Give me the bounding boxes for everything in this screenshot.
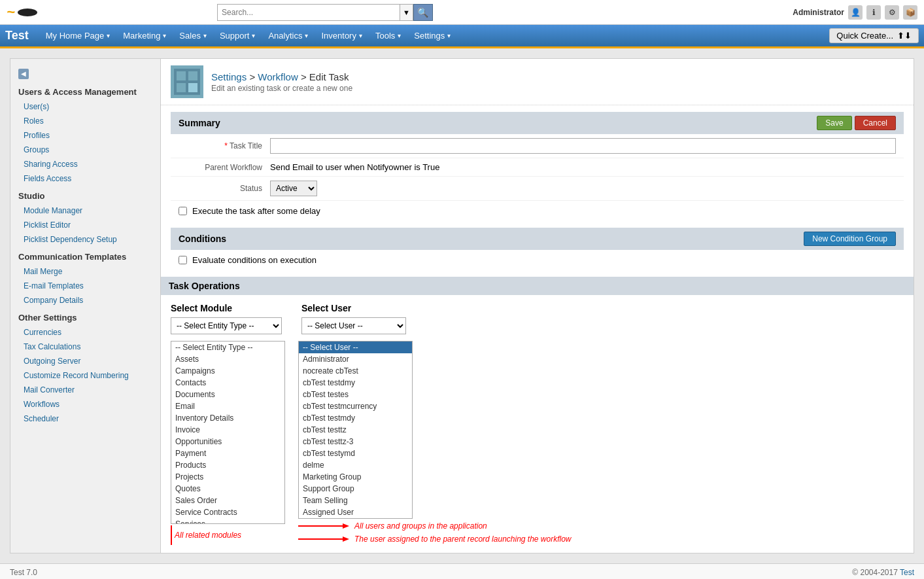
user-item-testmcurrency[interactable]: cbTest testmcurrency bbox=[299, 400, 412, 412]
sidebar-item-fields-access[interactable]: Fields Access bbox=[10, 171, 160, 186]
user-profile-icon[interactable]: 👤 bbox=[848, 5, 863, 20]
sidebar-item-groups[interactable]: Groups bbox=[10, 143, 160, 157]
nav-marketing[interactable]: Marketing ▾ bbox=[116, 24, 173, 48]
execute-delay-row: Execute the task after some delay bbox=[171, 201, 904, 221]
user-item-placeholder[interactable]: -- Select User -- bbox=[299, 342, 412, 353]
save-button[interactable]: Save bbox=[817, 116, 851, 130]
nav-support[interactable]: Support ▾ bbox=[213, 24, 262, 48]
svg-rect-2 bbox=[188, 71, 197, 80]
footer: Test 7.0 © 2004-2017 Test bbox=[0, 563, 924, 579]
entity-item-products[interactable]: Products bbox=[171, 459, 284, 471]
entity-item-quotes[interactable]: Quotes bbox=[171, 483, 284, 495]
user-item-testmdy[interactable]: cbTest testmdy bbox=[299, 412, 412, 424]
sidebar-item-roles[interactable]: Roles bbox=[10, 114, 160, 128]
evaluate-conditions-label: Evaluate conditions on execution bbox=[192, 255, 317, 265]
search-area: ▼ 🔍 bbox=[217, 4, 433, 21]
entity-item-invoice[interactable]: Invoice bbox=[171, 424, 284, 436]
entity-item-opportunities[interactable]: Opportunities bbox=[171, 436, 284, 447]
user-item-marketing-group[interactable]: Marketing Group bbox=[299, 471, 412, 483]
sidebar-item-picklist-dependency[interactable]: Picklist Dependency Setup bbox=[10, 232, 160, 247]
breadcrumb-settings[interactable]: Settings bbox=[211, 71, 247, 82]
nav-home-arrow: ▾ bbox=[107, 32, 110, 39]
user-item-delme[interactable]: delme bbox=[299, 459, 412, 471]
nav-analytics[interactable]: Analytics ▾ bbox=[262, 24, 315, 48]
sidebar-item-company-details[interactable]: Company Details bbox=[10, 293, 160, 307]
sidebar: ◀ Users & Access Management User(s) Role… bbox=[10, 58, 160, 553]
sidebar-item-module-manager[interactable]: Module Manager bbox=[10, 203, 160, 218]
user-item-support-group[interactable]: Support Group bbox=[299, 483, 412, 495]
task-title-input[interactable] bbox=[270, 138, 896, 154]
svg-marker-8 bbox=[343, 536, 349, 542]
entity-item-placeholder[interactable]: -- Select Entity Type -- bbox=[171, 342, 284, 353]
user-item-testdmy[interactable]: cbTest testdmy bbox=[299, 377, 412, 389]
nav-settings[interactable]: Settings ▾ bbox=[407, 24, 457, 48]
sidebar-item-picklist-editor[interactable]: Picklist Editor bbox=[10, 218, 160, 232]
user-dropdown[interactable]: -- Select User -- Administrator bbox=[301, 317, 406, 334]
sidebar-item-customize-record-numbering[interactable]: Customize Record Numbering bbox=[10, 368, 160, 383]
search-button[interactable]: 🔍 bbox=[413, 4, 433, 21]
entity-type-dropdown[interactable]: -- Select Entity Type -- Assets Campaign… bbox=[171, 317, 282, 334]
cancel-button[interactable]: Cancel bbox=[855, 116, 896, 130]
sidebar-item-tax-calculations[interactable]: Tax Calculations bbox=[10, 340, 160, 354]
entity-item-services[interactable]: Services bbox=[171, 518, 284, 524]
entity-item-service-contracts[interactable]: Service Contracts bbox=[171, 506, 284, 518]
entity-item-email[interactable]: Email bbox=[171, 400, 284, 412]
entity-item-documents[interactable]: Documents bbox=[171, 389, 284, 400]
nav-tools[interactable]: Tools ▾ bbox=[369, 24, 407, 48]
sidebar-item-scheduler[interactable]: Scheduler bbox=[10, 412, 160, 426]
sidebar-item-mail-converter[interactable]: Mail Converter bbox=[10, 383, 160, 397]
user-item-nocreate[interactable]: nocreate cbTest bbox=[299, 365, 412, 377]
evaluate-conditions-checkbox[interactable] bbox=[179, 256, 187, 264]
nav-home[interactable]: My Home Page ▾ bbox=[39, 24, 117, 48]
execute-delay-checkbox[interactable] bbox=[179, 207, 187, 215]
app-title[interactable]: Test bbox=[5, 29, 29, 43]
sidebar-collapse-button[interactable]: ◀ bbox=[18, 69, 29, 79]
entity-item-inventory-details[interactable]: Inventory Details bbox=[171, 412, 284, 424]
search-icon: 🔍 bbox=[417, 7, 428, 18]
apps-icon[interactable]: 📦 bbox=[903, 5, 917, 20]
sidebar-item-users[interactable]: User(s) bbox=[10, 99, 160, 114]
content-area: Settings > Workflow > Edit Task Edit an … bbox=[160, 58, 914, 553]
entity-item-campaigns[interactable]: Campaigns bbox=[171, 365, 284, 377]
entity-item-projects[interactable]: Projects bbox=[171, 471, 284, 483]
status-select[interactable]: Active Inactive bbox=[270, 181, 317, 196]
sidebar-item-currencies[interactable]: Currencies bbox=[10, 325, 160, 340]
sidebar-item-outgoing-server[interactable]: Outgoing Server bbox=[10, 354, 160, 368]
user-item-testymd[interactable]: cbTest testymd bbox=[299, 447, 412, 459]
info-icon[interactable]: ℹ bbox=[866, 5, 881, 20]
task-title-label: Task Title bbox=[179, 141, 270, 150]
nav-inventory[interactable]: Inventory ▾ bbox=[315, 24, 368, 48]
search-type-dropdown[interactable]: ▼ bbox=[400, 4, 413, 21]
user-item-administrator[interactable]: Administrator bbox=[299, 353, 412, 365]
user-item-team-selling[interactable]: Team Selling bbox=[299, 495, 412, 506]
search-input[interactable] bbox=[217, 4, 400, 21]
user-item-testtz3[interactable]: cbTest testtz-3 bbox=[299, 436, 412, 447]
quick-create-button[interactable]: Quick Create... ⬆⬇ bbox=[829, 28, 919, 43]
user-item-testes[interactable]: cbTest testes bbox=[299, 389, 412, 400]
parent-workflow-label: Parent Workflow bbox=[179, 163, 270, 172]
sidebar-item-mail-merge[interactable]: Mail Merge bbox=[10, 264, 160, 279]
nav-sales[interactable]: Sales ▾ bbox=[173, 24, 213, 48]
new-condition-group-button[interactable]: New Condition Group bbox=[804, 232, 896, 246]
footer-copyright: © 2004-2017 Test bbox=[852, 568, 914, 577]
task-title-field bbox=[270, 138, 896, 154]
entity-item-contacts[interactable]: Contacts bbox=[171, 377, 284, 389]
user-item-testtz[interactable]: cbTest testtz bbox=[299, 424, 412, 436]
user-item-assigned-user[interactable]: Assigned User bbox=[299, 506, 412, 518]
entity-item-sales-order[interactable]: Sales Order bbox=[171, 495, 284, 506]
nav-marketing-arrow: ▾ bbox=[163, 32, 166, 39]
module-icon bbox=[171, 65, 203, 98]
entity-item-payment[interactable]: Payment bbox=[171, 447, 284, 459]
footer-link[interactable]: Test bbox=[900, 568, 914, 577]
gear-settings-icon[interactable]: ⚙ bbox=[885, 5, 899, 20]
sidebar-item-email-templates[interactable]: E-mail Templates bbox=[10, 279, 160, 293]
logo-area: ~ bbox=[7, 4, 37, 21]
sidebar-section-studio: Studio bbox=[10, 186, 160, 203]
sidebar-item-sharing-access[interactable]: Sharing Access bbox=[10, 157, 160, 171]
main-container: ◀ Users & Access Management User(s) Role… bbox=[0, 48, 924, 563]
entity-item-assets[interactable]: Assets bbox=[171, 353, 284, 365]
execute-delay-label: Execute the task after some delay bbox=[192, 206, 320, 216]
breadcrumb-workflow[interactable]: Workflow bbox=[258, 71, 298, 82]
sidebar-item-workflows[interactable]: Workflows bbox=[10, 397, 160, 412]
sidebar-item-profiles[interactable]: Profiles bbox=[10, 128, 160, 143]
